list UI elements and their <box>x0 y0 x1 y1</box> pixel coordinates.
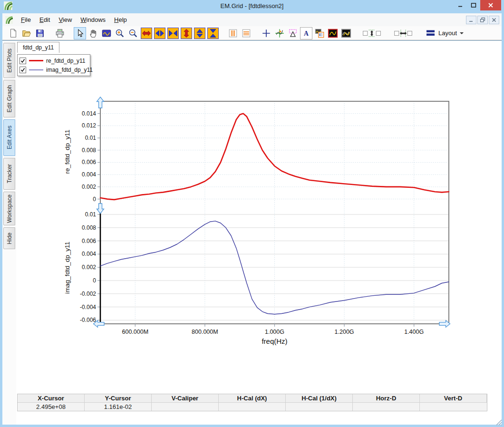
status-header: Horz-D <box>353 394 420 403</box>
y-tick-label: 0.002 <box>82 184 96 190</box>
axis-handle-down[interactable] <box>97 204 104 214</box>
document-tab[interactable]: fdtd_dp_y11 <box>17 42 59 53</box>
legend-line-sample <box>29 60 43 61</box>
x-tick-label: 1.200G <box>335 329 354 335</box>
y-tick-label: 0.004 <box>82 171 96 178</box>
status-header: X-Cursor <box>18 394 85 403</box>
y-tick-label: -0.004 <box>80 304 96 311</box>
legend-checkbox[interactable] <box>19 67 26 73</box>
plot-frame <box>100 101 449 324</box>
y-tick-label: -0.006 <box>80 317 96 323</box>
legend-label: imag_fdtd_dp_y11 <box>46 67 93 73</box>
status-header: Y-Cursor <box>85 394 152 403</box>
y-tick-label: 0.004 <box>82 251 96 257</box>
status-value <box>420 403 487 411</box>
x-tick-label: 1.000G <box>265 329 284 335</box>
x-axis-label: freq(Hz) <box>262 337 287 345</box>
legend-entry: re_fdtd_dp_y11 <box>19 56 88 65</box>
y-tick-label: 0.014 <box>82 110 96 117</box>
status-value: 1.161e-02 <box>85 403 152 411</box>
x-tick-label: 800.000M <box>192 329 218 335</box>
status-header: H-Cal (dX) <box>219 394 286 403</box>
status-value <box>152 403 219 411</box>
status-header: Vert-D <box>420 394 487 403</box>
x-tick-label: 600.000M <box>122 329 148 335</box>
y-tick-label: 0.01 <box>85 211 97 218</box>
legend-line-sample <box>29 69 43 70</box>
y-tick-label: 0 <box>93 196 96 203</box>
status-value: 2.495e+08 <box>18 403 85 411</box>
status-value <box>286 403 353 411</box>
app-window: { "window": { "title": "EM.Grid - [fdtdl… <box>0 0 504 427</box>
status-value <box>219 403 286 411</box>
legend-label: re_fdtd_dp_y11 <box>46 58 86 64</box>
legend-entry: imag_fdtd_dp_y11 <box>19 65 88 74</box>
y-axis-label: re_fdtd_dp_y11 <box>64 130 71 174</box>
y-tick-label: 0.012 <box>82 122 96 129</box>
y-tick-label: 0.006 <box>82 238 96 244</box>
y-tick-label: 0 <box>93 277 96 284</box>
y-tick-label: 0.002 <box>82 264 96 271</box>
y-tick-label: 0.008 <box>82 224 96 231</box>
plot-legend: re_fdtd_dp_y11imag_fdtd_dp_y11 <box>17 54 90 76</box>
y-tick-label: -0.002 <box>80 291 96 297</box>
resize-grip[interactable] <box>495 418 502 426</box>
y-tick-label: 0.006 <box>82 159 96 165</box>
y-axis-label: imag_fdtd_dp_y11 <box>64 242 71 294</box>
legend-checkbox[interactable] <box>19 58 26 64</box>
x-tick-label: 1.400G <box>404 329 424 335</box>
y-tick-label: 0.01 <box>85 135 97 141</box>
status-bar: X-CursorY-CursorV-CaliperH-Cal (dX)H-Cal… <box>17 394 487 411</box>
y-tick-label: 0.008 <box>82 147 96 154</box>
status-value <box>353 403 420 411</box>
axis-handle-up[interactable] <box>97 97 104 108</box>
document-tab-label: fdtd_dp_y11 <box>23 44 54 51</box>
status-header: H-Cal (1/dX) <box>286 394 353 403</box>
status-header: V-Caliper <box>152 394 219 403</box>
